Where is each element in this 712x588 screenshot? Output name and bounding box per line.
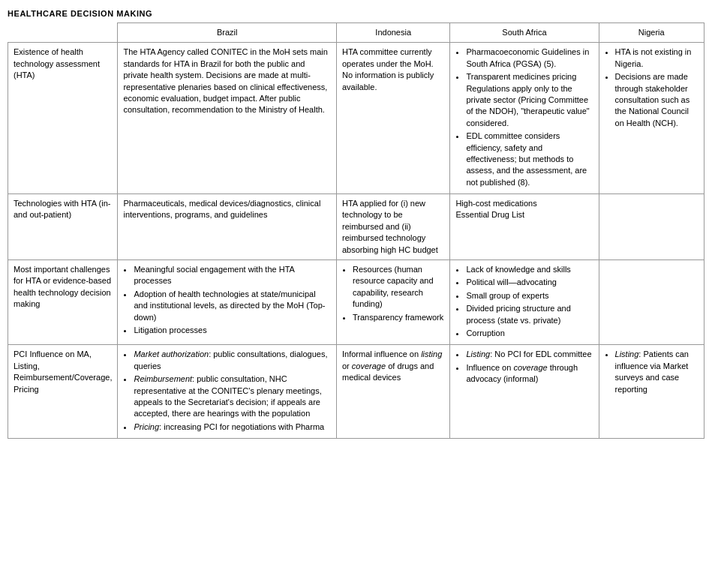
table-row: PCI Influence on MA, Listing, Reimbursem…	[8, 345, 704, 439]
table-row: Technologies with HTA (in-and out-patien…	[8, 194, 704, 260]
cell-south-africa-1: Pharmacoeconomic Guidelines in South Afr…	[450, 43, 599, 194]
cell-south-africa-2: High-cost medicationsEssential Drug List	[450, 194, 599, 260]
cell-nigeria-4: Listing: Patients can influence via Mark…	[599, 345, 704, 439]
cell-indonesia-2: HTA applied for (i) new technology to be…	[336, 194, 449, 260]
cell-indonesia-4: Informal influence on listing or coverag…	[336, 345, 449, 439]
header-indonesia: Indonesia	[336, 23, 449, 43]
table-row: Existence of health technology assessmen…	[8, 43, 704, 194]
cell-indonesia-1: HTA committee currently operates under t…	[336, 43, 449, 194]
row-header-3: Most important challenges for HTA or evi…	[8, 260, 118, 345]
header-brazil: Brazil	[118, 23, 337, 43]
cell-nigeria-1: HTA is not existing in Nigeria. Decision…	[599, 43, 704, 194]
cell-brazil-2: Pharmaceuticals, medical devices/diagnos…	[118, 194, 337, 260]
cell-nigeria-2	[599, 194, 704, 260]
row-header-1: Existence of health technology assessmen…	[8, 43, 118, 194]
table-title: HEALTHCARE DECISION MAKING	[8, 6, 704, 22]
cell-brazil-1: The HTA Agency called CONITEC in the MoH…	[118, 43, 337, 194]
row-header-4: PCI Influence on MA, Listing, Reimbursem…	[8, 345, 118, 439]
header-south-africa: South Africa	[450, 23, 599, 43]
header-nigeria: Nigeria	[599, 23, 704, 43]
cell-indonesia-3: Resources (human resource capacity and c…	[336, 260, 449, 345]
header-empty	[8, 23, 118, 43]
row-header-2: Technologies with HTA (in-and out-patien…	[8, 194, 118, 260]
table-row: Most important challenges for HTA or evi…	[8, 260, 704, 345]
cell-brazil-4: Market authorization: public consultatio…	[118, 345, 337, 439]
cell-south-africa-4: Listing: No PCI for EDL committee Influe…	[450, 345, 599, 439]
page-container: HEALTHCARE DECISION MAKING Brazil Indone…	[0, 0, 712, 445]
main-table: Brazil Indonesia South Africa Nigeria Ex…	[8, 22, 704, 439]
cell-brazil-3: Meaningful social engagement with the HT…	[118, 260, 337, 345]
cell-south-africa-3: Lack of knowledge and skills Political w…	[450, 260, 599, 345]
cell-nigeria-3	[599, 260, 704, 345]
